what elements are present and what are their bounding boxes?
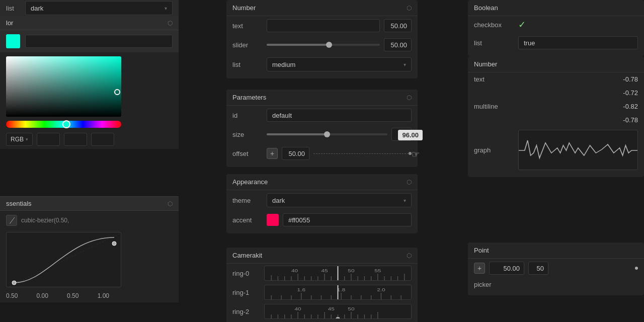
number-list-label: list (232, 61, 263, 68)
hue-handle (62, 120, 70, 128)
color-panel-header: lor ⬡ (0, 16, 179, 30)
b-value-input[interactable]: 214 (91, 133, 114, 146)
svg-text:40: 40 (291, 268, 298, 273)
number-text-input[interactable] (267, 19, 380, 32)
right-val2: -0.82 (518, 103, 638, 110)
number-slider-track[interactable] (267, 44, 380, 46)
dark-selector[interactable]: dark ▾ (25, 1, 173, 15)
appearance-accent-swatch[interactable] (267, 214, 279, 226)
camerakit-ring0-ticker[interactable]: 40 45 50 55 (264, 266, 412, 281)
color-swatch-row: #00ffd6 (0, 30, 179, 52)
essentials-title: ssentials (6, 200, 32, 207)
essentials-header: ssentials ⬡ (0, 197, 179, 211)
svg-text:2.0: 2.0 (377, 287, 385, 292)
svg-text:45: 45 (328, 306, 335, 311)
params-offset-plus[interactable]: + (267, 148, 278, 159)
camerakit-ring0-row: ring-0 (226, 264, 418, 283)
svg-text:40: 40 (295, 306, 301, 311)
right-text-row: text -0.78 (468, 72, 644, 86)
color-pin-icon[interactable]: ⬡ (168, 20, 173, 27)
point-title: Point (474, 247, 489, 254)
appearance-pin-icon[interactable]: ⬡ (407, 179, 412, 186)
dark-dropdown-arrow: ▾ (165, 6, 167, 11)
point-y-value: 50 (528, 262, 548, 275)
right-number-section: Number text -0.78 -0.72 multiline -0.82 … (468, 56, 644, 177)
point-dot (635, 267, 638, 270)
camerakit-ring1-ticker[interactable]: 1.6 1.8 2.0 (264, 285, 412, 300)
params-size-row: size 16 (226, 125, 418, 144)
camerakit-section: Camerakit ⬡ ring-0 (226, 248, 418, 322)
camerakit-header: Camerakit ⬡ (226, 248, 418, 264)
point-section: Point + 50.00 50 picker (468, 243, 644, 295)
camerakit-ring2-ticker[interactable]: 40 45 50 (264, 304, 412, 319)
bezier-row: ╱ cubic-bezier(0.50, (0, 211, 179, 230)
boolean-checkbox-check[interactable]: ✓ (518, 19, 526, 30)
camerakit-ring1-label: ring-1 (232, 289, 260, 296)
number-list-arrow: ▾ (404, 62, 406, 67)
params-offset-label: offset (232, 150, 263, 157)
boolean-header: Boolean (468, 0, 644, 16)
gradient-handle (114, 89, 120, 95)
hue-slider[interactable] (6, 121, 121, 128)
right-multiline-label: multiline (474, 103, 514, 110)
dark-value: dark (31, 5, 43, 12)
svg-text:50: 50 (348, 268, 354, 273)
svg-text:50: 50 (348, 306, 354, 311)
color-gradient-area[interactable] (6, 56, 121, 117)
number-list-dropdown[interactable]: medium ▾ (267, 57, 412, 71)
point-x-value: 50.00 (489, 262, 524, 275)
number-slider-label: slider (232, 41, 263, 49)
bezier-val-1: 0.00 (37, 292, 48, 299)
appearance-accent-row: accent #ff0055 (226, 210, 418, 229)
color-panel: lor ⬡ #00ffd6 RGB ▾ 0 255 214 (0, 16, 179, 149)
params-id-label: id (232, 112, 263, 119)
params-size-thumb[interactable] (324, 131, 330, 137)
offset-dashed-track[interactable] (313, 153, 412, 154)
number-pin-icon[interactable]: ⬡ (407, 5, 412, 12)
appearance-theme-row: theme dark ▾ (226, 190, 418, 210)
camerakit-ring1-row: ring-1 1 (226, 283, 418, 302)
bezier-icon: ╱ (6, 215, 17, 226)
right-val1-row: -0.72 (468, 86, 644, 100)
parameters-title: Parameters (232, 94, 266, 101)
camerakit-ring2-label: ring-2 (232, 308, 260, 315)
color-swatch[interactable] (6, 34, 20, 48)
bezier-val-2: 0.50 (67, 292, 78, 299)
svg-line-0 (7, 232, 121, 287)
right-graph-display (518, 130, 638, 170)
appearance-theme-arrow: ▾ (404, 198, 406, 203)
rgb-row: RGB ▾ 0 255 214 (0, 130, 179, 149)
svg-text:55: 55 (374, 268, 381, 273)
number-slider-thumb[interactable] (326, 42, 332, 48)
parameters-pin-icon[interactable]: ⬡ (407, 94, 412, 101)
color-hex-input[interactable]: #00ffd6 (25, 35, 173, 48)
right-val1: -0.72 (518, 89, 638, 97)
appearance-title: Appearance (232, 178, 268, 186)
number-slider-row: slider 50.00 (226, 35, 418, 54)
g-value-input[interactable]: 255 (64, 133, 87, 146)
r-value-input[interactable]: 0 (37, 133, 60, 146)
number-text-row: text 50.00 (226, 16, 418, 35)
camerakit-pin-icon[interactable]: ⬡ (407, 252, 412, 259)
point-plus-btn[interactable]: + (474, 263, 485, 274)
params-offset-value: 50.00 (282, 147, 309, 160)
number-title: Number (232, 4, 256, 12)
essentials-pin-icon[interactable]: ⬡ (168, 200, 173, 207)
color-panel-title: lor (6, 19, 13, 27)
appearance-header: Appearance ⬡ (226, 174, 418, 190)
camerakit-title: Camerakit (232, 252, 262, 259)
boolean-title: Boolean (474, 4, 498, 12)
curve-display (6, 232, 121, 287)
point-header: Point (468, 243, 644, 259)
right-number-header: Number (468, 56, 644, 72)
svg-point-67 (336, 317, 340, 319)
parameters-header: Parameters ⬡ (226, 90, 418, 106)
params-id-row: id default (226, 106, 418, 125)
rgb-mode-selector[interactable]: RGB ▾ (6, 133, 33, 146)
params-offset-row: offset + 50.00 96.00 ☞ (226, 144, 418, 163)
appearance-theme-dropdown[interactable]: dark ▾ (267, 193, 412, 207)
right-val3: -0.78 (518, 116, 638, 124)
right-graph-row: graph (468, 127, 644, 173)
svg-text:45: 45 (321, 268, 328, 273)
params-size-slider[interactable] (267, 133, 387, 135)
